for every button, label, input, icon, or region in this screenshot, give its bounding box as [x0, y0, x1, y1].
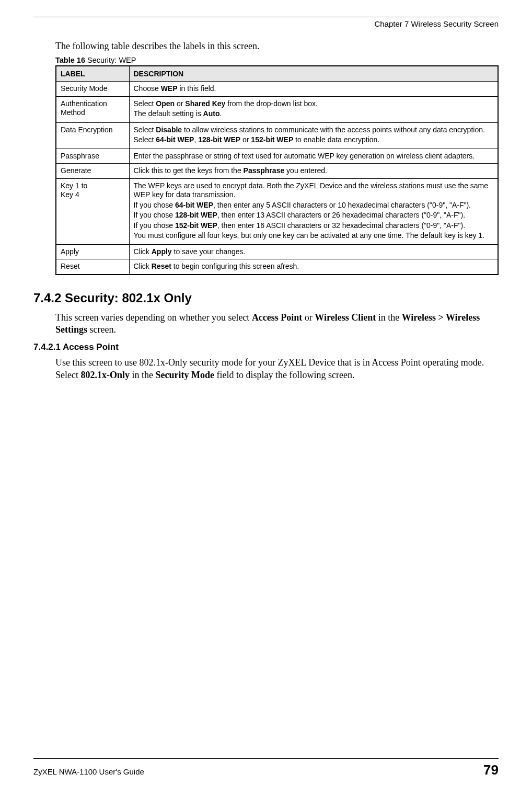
header-chapter-title: Chapter 7 Wireless Security Screen — [33, 19, 499, 28]
table-row: Generate Click this to get the keys from… — [56, 164, 498, 179]
row-label-keys: Key 1 to Key 4 — [56, 178, 129, 244]
header-rule — [33, 17, 499, 17]
row-desc-auth-method: Select Open or Shared Key from the drop-… — [129, 96, 498, 122]
row-label-reset: Reset — [56, 259, 129, 275]
table-row: Data Encryption Select Disable to allow … — [56, 122, 498, 149]
section-heading-7421: 7.4.2.1 Access Point — [33, 342, 499, 352]
row-desc-reset: Click Reset to begin configuring this sc… — [129, 259, 498, 275]
footer-rule — [33, 758, 499, 759]
table-caption: Table 16 Security: WEP — [55, 56, 499, 64]
row-label-passphrase: Passphrase — [56, 149, 129, 164]
row-label-auth-method: Authentication Method — [56, 96, 129, 122]
security-wep-table: LABEL DESCRIPTION Security Mode Choose W… — [55, 65, 499, 275]
table-row: Reset Click Reset to begin configuring t… — [56, 259, 498, 275]
page-footer: ZyXEL NWA-1100 User's Guide 79 — [33, 758, 499, 778]
section-heading-742: 7.4.2 Security: 802.1x Only — [33, 291, 499, 305]
table-caption-title: Security: WEP — [85, 56, 136, 64]
row-desc-security-mode: Choose WEP in this field. — [129, 82, 498, 97]
table-caption-prefix: Table 16 — [55, 56, 85, 64]
row-desc-data-encryption: Select Disable to allow wireless station… — [129, 122, 498, 149]
table-row: Apply Click Apply to save your changes. — [56, 244, 498, 259]
row-desc-apply: Click Apply to save your changes. — [129, 244, 498, 259]
row-desc-keys: The WEP keys are used to encrypt data. B… — [129, 178, 498, 244]
row-label-data-encryption: Data Encryption — [56, 122, 129, 149]
table-header-row: LABEL DESCRIPTION — [56, 66, 498, 82]
footer-guide-name: ZyXEL NWA-1100 User's Guide — [33, 767, 144, 776]
intro-paragraph: The following table describes the labels… — [55, 41, 499, 52]
table-row: Passphrase Enter the passphrase or strin… — [56, 149, 498, 164]
table-row: Authentication Method Select Open or Sha… — [56, 96, 498, 122]
section-7421-paragraph: Use this screen to use 802.1x-Only secur… — [55, 357, 499, 381]
section-742-paragraph: This screen varies depending on whether … — [55, 312, 499, 336]
row-desc-passphrase: Enter the passphrase or string of text u… — [129, 149, 498, 164]
table-row: Key 1 to Key 4 The WEP keys are used to … — [56, 178, 498, 244]
footer-page-number: 79 — [483, 762, 499, 778]
page-container: Chapter 7 Wireless Security Screen The f… — [0, 0, 532, 797]
row-label-apply: Apply — [56, 244, 129, 259]
row-desc-generate: Click this to get the keys from the Pass… — [129, 164, 498, 179]
col-header-label: LABEL — [56, 66, 129, 82]
col-header-description: DESCRIPTION — [129, 66, 498, 82]
row-label-security-mode: Security Mode — [56, 82, 129, 97]
row-label-generate: Generate — [56, 164, 129, 179]
table-row: Security Mode Choose WEP in this field. — [56, 82, 498, 97]
